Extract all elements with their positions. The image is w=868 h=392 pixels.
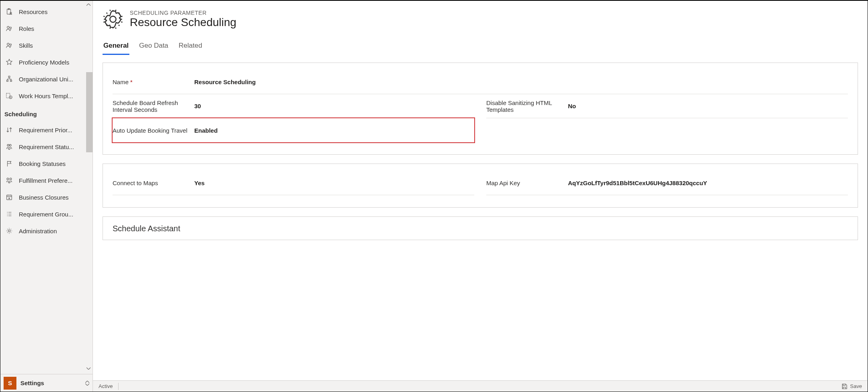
field-connect-maps-label: Connect to Maps xyxy=(113,180,193,186)
main: SCHEDULING PARAMETER Resource Scheduling… xyxy=(93,1,868,392)
schedule-assistant-title: Schedule Assistant xyxy=(113,224,848,233)
field-auto-update-travel-row: Auto Update Booking Travel Enabled xyxy=(112,117,475,143)
svg-point-20 xyxy=(110,16,116,22)
header-text: SCHEDULING PARAMETER Resource Scheduling xyxy=(130,10,236,29)
svg-point-15 xyxy=(7,178,9,180)
sidebar-item-label: Resources xyxy=(19,8,48,15)
field-auto-update-travel-label: Auto Update Booking Travel xyxy=(113,127,193,134)
sidebar-item-resources[interactable]: Resources xyxy=(0,3,93,20)
sidebar-item-label: Proficiency Models xyxy=(19,59,69,66)
sidebar-item-organizational-units[interactable]: Organizational Uni... xyxy=(0,71,93,87)
sidebar-scrollbar-thumb[interactable] xyxy=(86,72,93,152)
sidebar-content: Resources Roles Skills xyxy=(0,1,93,374)
sidebar-item-label: Requirement Prior... xyxy=(19,127,72,133)
save-button[interactable]: Save xyxy=(841,383,862,390)
divider xyxy=(118,383,119,390)
calendar-x-icon xyxy=(5,193,13,201)
svg-point-13 xyxy=(9,144,11,146)
sidebar-item-requirement-groups[interactable]: Requirement Grou... xyxy=(0,206,93,222)
star-icon xyxy=(5,58,13,66)
sidebar-item-label: Booking Statuses xyxy=(19,160,66,167)
page-title: Resource Scheduling xyxy=(130,16,236,29)
people-gear-icon xyxy=(5,176,13,184)
flag-icon xyxy=(5,160,13,168)
people-icon xyxy=(5,41,13,49)
field-disable-sanitize-label: Disable Sanitizing HTML Templates xyxy=(486,99,566,113)
sidebar-item-requirement-statuses[interactable]: Requirement Statu... xyxy=(0,138,93,155)
field-map-api-key-value[interactable]: AqYzGoLfTyr9d51Bbl5tCexU6UHg4J88320qccuY xyxy=(566,177,848,189)
svg-rect-8 xyxy=(7,80,8,82)
people-icon xyxy=(5,24,13,32)
field-connect-maps-row: Connect to Maps Yes xyxy=(113,171,474,195)
chevron-up-down-icon xyxy=(85,381,89,386)
svg-point-12 xyxy=(7,144,9,146)
sidebar-item-label: Business Closures xyxy=(19,194,68,201)
sidebar-item-business-closures[interactable]: Business Closures xyxy=(0,189,93,206)
tab-geo-data[interactable]: Geo Data xyxy=(138,39,169,55)
panel-general: Name* Resource Scheduling Schedule Board… xyxy=(103,63,858,155)
panel-maps: Connect to Maps Yes Map Api Key AqYzGoLf… xyxy=(103,164,858,208)
field-refresh-row: Schedule Board Refresh Interval Seconds … xyxy=(113,94,474,118)
svg-point-6 xyxy=(10,44,12,45)
sidebar-item-proficiency-models[interactable]: Proficiency Models xyxy=(0,54,93,71)
page-header: SCHEDULING PARAMETER Resource Scheduling xyxy=(103,9,858,30)
sidebar: Resources Roles Skills xyxy=(0,1,93,392)
sidebar-item-work-hours-templates[interactable]: Work Hours Templ... xyxy=(0,87,93,104)
svg-rect-18 xyxy=(7,195,12,200)
app-switcher-icon: S xyxy=(4,377,16,390)
breadcrumb: SCHEDULING PARAMETER xyxy=(130,10,236,16)
panel-schedule-assistant: Schedule Assistant xyxy=(103,216,858,240)
sidebar-item-label: Requirement Grou... xyxy=(19,211,73,218)
svg-point-19 xyxy=(8,230,10,232)
app-root: Resources Roles Skills xyxy=(0,0,868,392)
field-name-label: Name* xyxy=(113,79,193,85)
field-refresh-value[interactable]: 30 xyxy=(193,100,474,112)
tab-general[interactable]: General xyxy=(103,39,129,55)
clock-template-icon xyxy=(5,92,13,100)
sidebar-item-fulfillment-preferences[interactable]: Fulfillment Prefere... xyxy=(0,172,93,189)
sidebar-item-label: Organizational Uni... xyxy=(19,76,73,83)
sidebar-item-skills[interactable]: Skills xyxy=(0,37,93,54)
field-name-value[interactable]: Resource Scheduling xyxy=(193,76,848,88)
main-scroll[interactable]: SCHEDULING PARAMETER Resource Scheduling… xyxy=(93,1,868,380)
field-disable-sanitize-row: Disable Sanitizing HTML Templates No xyxy=(486,94,848,118)
svg-point-14 xyxy=(8,148,10,150)
field-disable-sanitize-value[interactable]: No xyxy=(566,100,848,112)
field-connect-maps-value[interactable]: Yes xyxy=(193,177,474,189)
save-icon xyxy=(841,383,848,390)
field-auto-update-travel-value[interactable]: Enabled xyxy=(193,125,474,136)
sidebar-item-label: Work Hours Templ... xyxy=(19,93,73,99)
app-switcher[interactable]: S Settings xyxy=(0,374,93,392)
sidebar-item-label: Administration xyxy=(19,228,57,234)
field-empty-row xyxy=(486,118,848,142)
field-refresh-label: Schedule Board Refresh Interval Seconds xyxy=(113,99,193,113)
record-state: Active xyxy=(99,383,113,389)
sidebar-section-scheduling: Scheduling xyxy=(0,104,93,121)
sidebar-item-label: Roles xyxy=(19,25,34,32)
sidebar-item-roles[interactable]: Roles xyxy=(0,20,93,37)
svg-point-3 xyxy=(7,26,9,28)
sidebar-scroll-up[interactable] xyxy=(85,2,92,8)
sidebar-scroll-down[interactable] xyxy=(85,365,92,372)
people-gear-icon xyxy=(5,143,13,151)
sidebar-item-label: Requirement Statu... xyxy=(19,143,74,150)
sidebar-item-administration[interactable]: Administration xyxy=(0,222,93,239)
field-map-api-key-label: Map Api Key xyxy=(486,180,566,186)
list-icon xyxy=(5,210,13,218)
sidebar-item-booking-statuses[interactable]: Booking Statuses xyxy=(0,155,93,172)
sidebar-item-requirement-priorities[interactable]: Requirement Prior... xyxy=(0,121,93,138)
tabs: General Geo Data Related xyxy=(103,39,858,55)
svg-rect-7 xyxy=(8,76,10,78)
svg-point-4 xyxy=(10,27,12,28)
svg-point-17 xyxy=(8,181,10,183)
sort-icon xyxy=(5,126,13,134)
gear-icon xyxy=(5,227,13,235)
app-switcher-label: Settings xyxy=(20,380,81,386)
statusbar: Active Save xyxy=(93,380,868,392)
field-name-row: Name* Resource Scheduling xyxy=(113,70,848,94)
field-map-api-key-row: Map Api Key AqYzGoLfTyr9d51Bbl5tCexU6UHg… xyxy=(486,171,848,195)
gear-icon xyxy=(103,9,123,30)
tab-related[interactable]: Related xyxy=(178,39,203,55)
svg-point-16 xyxy=(10,178,12,180)
org-icon xyxy=(5,75,13,83)
